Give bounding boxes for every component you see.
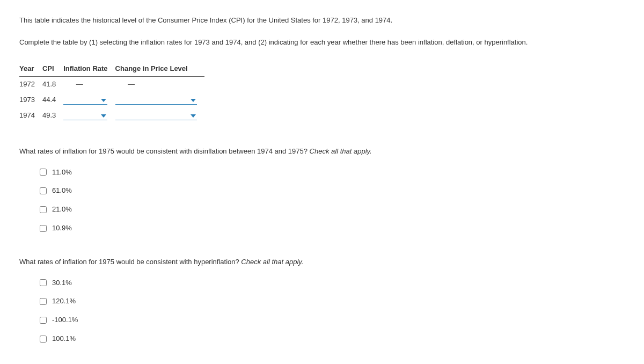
list-item: 61.0%	[40, 185, 625, 196]
change-dash: —	[115, 79, 148, 90]
inflation-rate-dropdown-1973[interactable]	[63, 94, 107, 105]
q1-option-4-label: 10.9%	[52, 223, 72, 234]
cpi-table: Year CPI Inflation Rate Change in Price …	[19, 61, 204, 123]
q1-option-3-label: 21.0%	[52, 204, 72, 215]
q1-option-3-checkbox[interactable]	[40, 206, 47, 213]
price-change-dropdown-1973[interactable]	[115, 94, 197, 105]
q1-option-2-label: 61.0%	[52, 185, 72, 196]
list-item: 21.0%	[40, 204, 625, 215]
q1-option-1-checkbox[interactable]	[40, 169, 47, 176]
q2-option-1-checkbox[interactable]	[40, 279, 47, 286]
chevron-down-icon	[101, 99, 106, 102]
list-item: 30.1%	[40, 278, 625, 289]
col-rate: Inflation Rate	[63, 61, 115, 77]
year-cell: 1974	[19, 108, 42, 123]
q2-option-3-checkbox[interactable]	[40, 317, 47, 324]
q1-prompt: What rates of inflation for 1975 would b…	[19, 147, 310, 155]
list-item: 11.0%	[40, 167, 625, 178]
chevron-down-icon	[101, 114, 106, 118]
q2-option-2-label: 120.1%	[52, 296, 76, 307]
q2-hint: Check all that apply.	[241, 258, 303, 266]
intro-paragraph-2: Complete the table by (1) selecting the …	[19, 37, 625, 48]
question-hyperinflation: What rates of inflation for 1975 would b…	[19, 257, 625, 345]
chevron-down-icon	[191, 114, 196, 118]
q2-option-1-label: 30.1%	[52, 278, 72, 289]
table-row: 1972 41.8 — —	[19, 77, 204, 92]
list-item: -100.1%	[40, 315, 625, 326]
q2-prompt: What rates of inflation for 1975 would b…	[19, 258, 241, 266]
list-item: 120.1%	[40, 296, 625, 307]
inflation-rate-dropdown-1974[interactable]	[63, 110, 107, 120]
intro-paragraph-1: This table indicates the historical leve…	[19, 15, 625, 26]
year-cell: 1972	[19, 77, 42, 92]
price-change-dropdown-1974[interactable]	[115, 110, 197, 120]
col-year: Year	[19, 61, 42, 77]
list-item: 10.9%	[40, 223, 625, 234]
col-cpi: CPI	[42, 61, 63, 77]
q2-option-4-label: 100.1%	[52, 333, 76, 345]
q2-option-2-checkbox[interactable]	[40, 298, 47, 305]
q1-option-4-checkbox[interactable]	[40, 225, 47, 232]
list-item: 100.1%	[40, 333, 625, 345]
q2-option-4-checkbox[interactable]	[40, 336, 47, 343]
question-disinflation: What rates of inflation for 1975 would b…	[19, 146, 625, 234]
col-change: Change in Price Level	[115, 61, 204, 77]
table-row: 1974 49.3	[19, 108, 204, 123]
q1-option-2-checkbox[interactable]	[40, 187, 47, 194]
q1-hint: Check all that apply.	[310, 147, 372, 155]
q1-option-1-label: 11.0%	[52, 167, 72, 178]
year-cell: 1973	[19, 92, 42, 108]
chevron-down-icon	[191, 99, 196, 102]
cpi-cell: 44.4	[42, 92, 63, 108]
table-row: 1973 44.4	[19, 92, 204, 108]
rate-dash: —	[63, 79, 96, 90]
q2-option-3-label: -100.1%	[52, 315, 78, 326]
cpi-cell: 41.8	[42, 77, 63, 92]
cpi-cell: 49.3	[42, 108, 63, 123]
